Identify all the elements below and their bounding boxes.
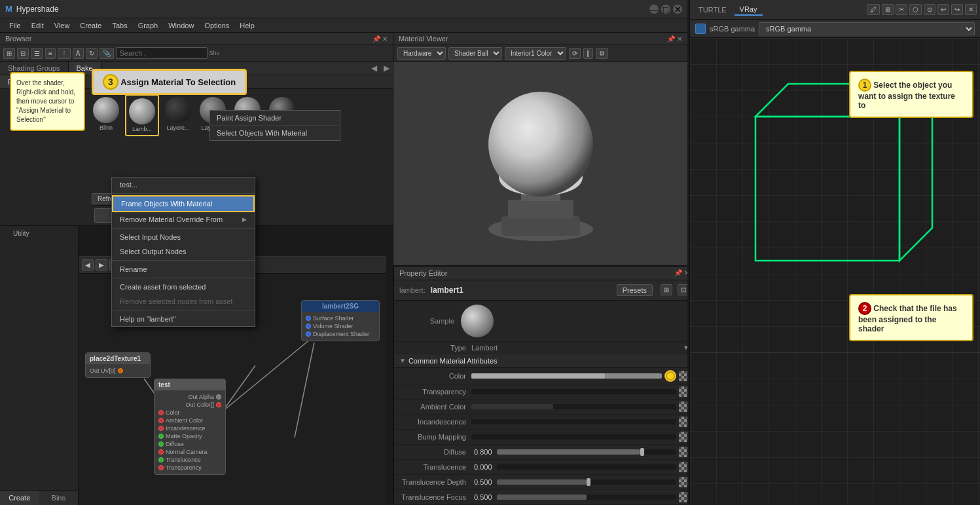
bump-checker-btn[interactable] bbox=[679, 432, 687, 442]
section-arrow-icon[interactable]: ▼ bbox=[399, 357, 406, 364]
blinn-sphere-icon bbox=[93, 97, 119, 123]
srgb-dropdown[interactable]: sRGB gamma bbox=[759, 22, 975, 35]
port-outalpha-icon bbox=[216, 394, 221, 400]
menu-edit[interactable]: Edit bbox=[26, 20, 49, 31]
prop-btn-1[interactable]: ⊞ bbox=[661, 284, 672, 295]
viewer-btn-1[interactable]: ⟳ bbox=[569, 48, 581, 59]
port-translucence: Translucence bbox=[166, 457, 201, 463]
transparency-checker-btn[interactable] bbox=[679, 386, 687, 397]
select-objects-with-material-item[interactable]: Select Objects With Material bbox=[210, 126, 340, 140]
context-menu: test... Frame Objects With Material Remo… bbox=[111, 177, 255, 327]
toolbar-btn-8[interactable]: 📎 bbox=[100, 48, 114, 59]
minimize-button[interactable]: — bbox=[649, 5, 659, 14]
prop-close-icon[interactable]: ✕ bbox=[684, 269, 687, 276]
menu-graph[interactable]: Graph bbox=[133, 20, 164, 31]
toolbar-btn-4[interactable]: ≡ bbox=[45, 48, 56, 59]
viewer-close-icon[interactable]: ✕ bbox=[677, 35, 682, 43]
context-item-test[interactable]: test... bbox=[112, 178, 255, 192]
material-name-dropdown[interactable]: Interior1 Color bbox=[505, 47, 566, 60]
toolbar-btn-7[interactable]: ↻ bbox=[86, 48, 98, 59]
color-circle-btn[interactable] bbox=[664, 370, 676, 382]
toolbar-btn-6[interactable]: A bbox=[73, 48, 84, 59]
material-viewer-header: Material Viewer 📌 ✕ bbox=[393, 33, 687, 45]
color-checker-btn[interactable] bbox=[679, 371, 687, 381]
shader-blinn[interactable]: Blinn bbox=[90, 94, 122, 136]
vp-btn-7[interactable]: ↪ bbox=[951, 4, 963, 15]
step2-badge: 2 bbox=[858, 302, 871, 315]
port-transparency: Transparency bbox=[166, 464, 202, 471]
menu-bar: File Edit View Create Tabs Graph Window … bbox=[0, 18, 687, 33]
context-item-help[interactable]: Help on "lambert" bbox=[112, 312, 255, 326]
translucence-depth-checker-btn[interactable] bbox=[679, 477, 687, 487]
menu-file[interactable]: File bbox=[4, 20, 26, 31]
port-outuv-icon bbox=[118, 368, 123, 373]
toolbar-btn-5[interactable]: ⋮ bbox=[58, 48, 71, 59]
incandescence-checker-btn[interactable] bbox=[679, 417, 687, 427]
sample-label: Sample bbox=[402, 317, 454, 325]
paint-assign-shader-item[interactable]: Paint Assign Shader bbox=[210, 111, 340, 126]
node-lambertsg[interactable]: lambert2SG Surface Shader Volume Shader bbox=[301, 300, 380, 341]
ambient-checker-btn[interactable] bbox=[679, 402, 687, 412]
context-item-remove-override[interactable]: Remove Material Override From ▶ bbox=[112, 212, 255, 227]
viewer-btn-3[interactable]: ⚙ bbox=[596, 48, 608, 59]
context-item-select-output[interactable]: Select Output Nodes bbox=[112, 244, 255, 259]
vp-btn-2[interactable]: ⊞ bbox=[882, 4, 894, 15]
menu-tabs[interactable]: Tabs bbox=[107, 20, 132, 31]
close-button[interactable]: ✕ bbox=[673, 5, 682, 14]
browser-close-icon[interactable]: ✕ bbox=[382, 35, 388, 43]
vp-btn-8[interactable]: ✕ bbox=[965, 4, 977, 15]
ball-type-dropdown[interactable]: Shader Ball bbox=[448, 47, 502, 60]
tab-vray[interactable]: VRay bbox=[735, 4, 763, 16]
shader-ball-svg bbox=[469, 72, 613, 255]
expand-icon[interactable]: ◀ bbox=[368, 62, 380, 75]
context-item-select-input[interactable]: Select Input Nodes bbox=[112, 230, 255, 244]
port-label-outuv: Out UV[0] bbox=[90, 367, 116, 374]
vp-btn-6[interactable]: ↩ bbox=[937, 4, 949, 15]
context-item-rename[interactable]: Rename bbox=[112, 262, 255, 276]
diffuse-value: 0.800 bbox=[474, 448, 497, 456]
presets-button[interactable]: Presets bbox=[617, 284, 653, 296]
type-arrow-icon: ▼ bbox=[683, 344, 687, 351]
shader-layered1[interactable]: Layere... bbox=[162, 94, 194, 136]
bump-label: Bump Mapping bbox=[399, 433, 471, 441]
vp-btn-4[interactable]: ⬡ bbox=[909, 4, 922, 15]
diffuse-checker-btn[interactable] bbox=[679, 447, 687, 457]
menu-view[interactable]: View bbox=[49, 20, 75, 31]
browser-pin-icon[interactable]: 📌 bbox=[372, 35, 380, 43]
vp-btn-1[interactable]: 🖊 bbox=[867, 4, 880, 15]
node-place2d[interactable]: place2dTexture1 Out UV[0] bbox=[85, 352, 151, 378]
viewer-pin-icon[interactable]: 📌 bbox=[667, 35, 675, 43]
toolbar-btn-1[interactable]: ⊞ bbox=[3, 48, 15, 59]
collapse-icon[interactable]: ▶ bbox=[380, 62, 393, 75]
port-surfshader-icon bbox=[306, 316, 311, 321]
menu-options[interactable]: Options bbox=[199, 20, 234, 31]
menu-help[interactable]: Help bbox=[234, 20, 260, 31]
maximize-button[interactable]: □ bbox=[661, 5, 670, 14]
translucence-focus-checker-btn[interactable] bbox=[679, 492, 687, 502]
ng-btn-1[interactable]: ◀ bbox=[82, 259, 94, 271]
context-item-remove-from-asset: Remove selected nodes from asset bbox=[112, 294, 255, 309]
render-mode-dropdown[interactable]: Hardware bbox=[397, 47, 446, 60]
shader-lambert[interactable]: Lamb... bbox=[125, 94, 159, 136]
assign-material-highlight[interactable]: 3 Assign Material To Selection bbox=[92, 69, 247, 95]
search-input[interactable] bbox=[116, 47, 208, 59]
menu-window[interactable]: Window bbox=[163, 20, 199, 31]
vp-btn-5[interactable]: ⊙ bbox=[924, 4, 935, 15]
menu-create[interactable]: Create bbox=[75, 20, 107, 31]
ng-btn-2[interactable]: ▶ bbox=[96, 259, 107, 271]
svg-rect-6 bbox=[508, 200, 573, 218]
toolbar-btn-3[interactable]: ☰ bbox=[31, 48, 43, 59]
viewer-btn-2[interactable]: ‖ bbox=[583, 48, 593, 59]
vp-btn-3[interactable]: ✂ bbox=[896, 4, 907, 15]
toolbar-btn-2[interactable]: ⊟ bbox=[17, 48, 29, 59]
context-item-create-asset[interactable]: Create asset from selected bbox=[112, 280, 255, 294]
ambient-row: Ambient Color bbox=[394, 400, 687, 415]
prop-btn-2[interactable]: ⊡ bbox=[678, 284, 687, 295]
context-item-frame-objects[interactable]: Frame Objects With Material bbox=[112, 195, 255, 212]
layered-sphere-icon bbox=[165, 97, 191, 123]
node-test[interactable]: test Out Alpha Out Color[] bbox=[154, 379, 226, 475]
tab-turtle[interactable]: TURTLE bbox=[693, 5, 732, 15]
shader-display bbox=[393, 62, 687, 265]
translucence-checker-btn[interactable] bbox=[679, 462, 687, 472]
prop-pin-icon[interactable]: 📌 bbox=[674, 269, 682, 276]
